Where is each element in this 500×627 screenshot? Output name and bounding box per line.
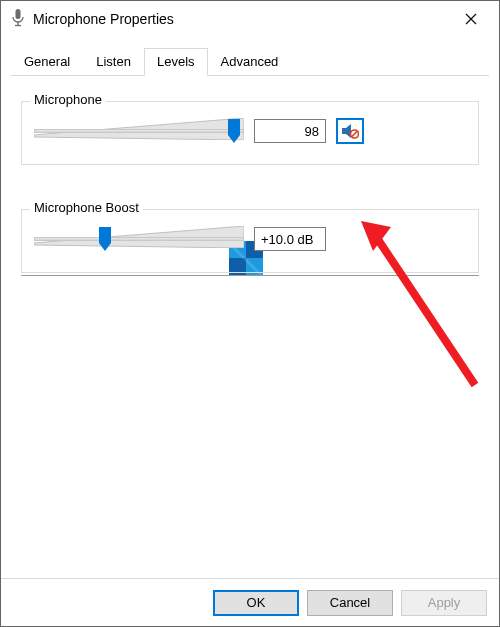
titlebar: Microphone Properties <box>1 1 499 37</box>
svg-marker-6 <box>228 119 240 143</box>
svg-marker-7 <box>342 124 351 138</box>
cancel-button[interactable]: Cancel <box>307 590 393 616</box>
close-button[interactable] <box>449 4 493 34</box>
window-title: Microphone Properties <box>33 11 174 27</box>
microphone-icon <box>11 9 25 30</box>
microphone-slider-thumb[interactable] <box>228 119 240 143</box>
apply-button[interactable]: Apply <box>401 590 487 616</box>
tab-advanced[interactable]: Advanced <box>208 48 292 76</box>
svg-marker-16 <box>99 227 111 251</box>
tab-listen[interactable]: Listen <box>83 48 144 76</box>
speaker-muted-icon <box>341 123 359 139</box>
boost-value: +10.0 dB <box>254 227 326 251</box>
boost-slider[interactable] <box>34 224 244 254</box>
dialog-footer: OK Cancel Apply <box>1 578 499 626</box>
boost-slider-thumb[interactable] <box>99 227 111 251</box>
dialog-window: Microphone Properties General Listen Lev… <box>0 0 500 627</box>
microphone-slider[interactable] <box>34 116 244 146</box>
tab-strip: General Listen Levels Advanced <box>1 37 499 75</box>
tab-levels[interactable]: Levels <box>144 48 208 76</box>
close-icon <box>465 13 477 25</box>
boost-group: Microphone Boost +10.0 dB <box>21 209 479 273</box>
microphone-value: 98 <box>254 119 326 143</box>
svg-line-9 <box>352 131 358 137</box>
divider <box>21 275 479 276</box>
tab-general[interactable]: General <box>11 48 83 76</box>
microphone-label: Microphone <box>30 92 106 107</box>
svg-rect-0 <box>16 9 21 19</box>
tab-content: Microphone 98 <box>11 75 489 616</box>
mute-button[interactable] <box>336 118 364 144</box>
boost-label: Microphone Boost <box>30 200 143 215</box>
microphone-group: Microphone 98 <box>21 101 479 165</box>
ok-button[interactable]: OK <box>213 590 299 616</box>
